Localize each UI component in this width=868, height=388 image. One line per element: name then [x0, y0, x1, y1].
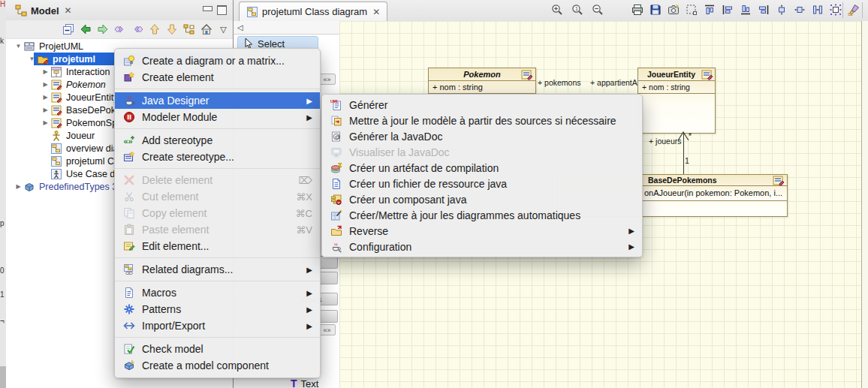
menu-item-patterns[interactable]: Patterns▶ [115, 301, 320, 317]
menu-item-check-model[interactable]: Check model [115, 341, 320, 357]
expander-expanded-icon[interactable]: ▼ [14, 43, 23, 50]
nav-forward-button[interactable] [95, 23, 110, 37]
zoom-original-button[interactable]: 1 [571, 3, 584, 17]
zoom-in-button[interactable] [550, 3, 564, 17]
tab-model[interactable]: Model ✕ [9, 2, 78, 20]
edge-mark: 0 [0, 267, 5, 275]
collapse-palette-icon[interactable]: ◁ [237, 23, 243, 32]
class-joueurentity[interactable]: JoueurEntity + nom : string [637, 68, 716, 134]
distribute-v-icon [776, 4, 788, 16]
snapshot-icon [668, 4, 680, 16]
menu-item-edit-element[interactable]: Edit element... [115, 238, 320, 254]
menu-item-label: Copy element [142, 207, 206, 219]
menu-item-create-element[interactable]: Create element [115, 69, 320, 86]
menu-item-label: Delete element [142, 174, 212, 186]
menu-item-add-stereotype[interactable]: «»Add stereotype [115, 132, 320, 149]
zoom-in-icon [551, 4, 563, 16]
link-with-editor-icon [183, 23, 195, 35]
menu-item-create-stereotype[interactable]: Create stereotype... [115, 149, 320, 165]
menu-item-related-diagrams[interactable]: Related diagrams...▶ [115, 261, 320, 278]
home-button[interactable] [199, 23, 213, 37]
nav-back-icon [80, 23, 92, 35]
close-icon[interactable]: ✕ [65, 5, 72, 16]
usecase-diagram-icon [50, 168, 62, 180]
expand-chevrons-icon[interactable]: «» [318, 74, 336, 85]
menu-item-configuration[interactable]: Configuration▶ [322, 239, 642, 254]
align-top-button[interactable] [703, 3, 716, 17]
save-icon [649, 4, 662, 16]
expander-collapsed-icon[interactable]: ▶ [41, 119, 50, 126]
menu-item-g-n-rer[interactable]: UMLGénérer [322, 97, 642, 113]
expander-collapsed-icon[interactable]: ▶ [41, 68, 50, 75]
menu-item-macros[interactable]: Macros▶ [115, 284, 320, 301]
menu-item-create-a-model-component[interactable]: Create a model component [115, 357, 320, 374]
expander-collapsed-icon[interactable]: ▶ [14, 183, 23, 190]
menu-item-label: Créer un fichier de ressource java [349, 178, 507, 190]
snapshot-button[interactable] [667, 3, 680, 17]
tab-class-diagram[interactable]: projetuml Class diagram ✕ [239, 2, 387, 21]
modelio-window: Hkp01¬ Model ✕ ▽ ▼ProjetUML▼projetuml▶In… [0, 0, 868, 388]
link-with-editor-button[interactable] [182, 23, 196, 37]
nav-forward-icon [97, 23, 109, 35]
expand-chevrons-icon[interactable]: «» [318, 324, 336, 335]
next-element-button[interactable] [130, 23, 144, 37]
menu-separator [115, 89, 320, 89]
move-down-button[interactable] [164, 23, 179, 37]
menu-item-reverse[interactable]: Reverse▶ [322, 223, 642, 239]
menu-item-cr-er-un-fichier-de-ressource-java[interactable]: Créer un fichier de ressource java [322, 176, 642, 191]
maximize-button[interactable] [216, 5, 227, 14]
fit-selection-button[interactable] [829, 3, 842, 17]
interaction-icon [50, 66, 62, 78]
association-end-pokemons[interactable]: + pokemons [538, 78, 581, 87]
distribute-h-button[interactable] [793, 3, 806, 17]
association-end-appartienta[interactable]: + appartientA [590, 78, 637, 87]
expander-expanded-icon[interactable]: ▼ [27, 56, 37, 62]
tab-class-diagram-label: projetuml Class diagram [262, 6, 367, 17]
move-up-button[interactable] [147, 23, 161, 37]
menu-item-label: Patterns [142, 303, 181, 315]
align-bottom-button[interactable] [739, 3, 752, 17]
menu-item-java-designer[interactable]: Java Designer▶ [115, 92, 320, 109]
patterns-icon [122, 303, 136, 315]
tree-item-label: Use Case di [66, 169, 117, 179]
collapse-all-button[interactable] [61, 23, 75, 37]
menu-item-paste-element[interactable]: Paste element⌘V [115, 221, 320, 238]
move-down-icon [166, 23, 178, 35]
macros-icon [122, 287, 136, 299]
copy-icon [122, 207, 136, 219]
menu-item-modeler-module[interactable]: Modeler Module▶ [115, 109, 320, 125]
menu-item-mettre-jour-le-mod-le-partir-des-sources-si-n-cessaire[interactable]: Mettre à jour le modèle à partir des sou… [322, 113, 642, 128]
expander-collapsed-icon[interactable]: ▶ [41, 107, 50, 113]
expander-collapsed-icon[interactable]: ▶ [41, 81, 50, 88]
menu-item-cr-er-mettre-jour-les-diagrammes-automatiques[interactable]: Créer/Mettre à jour les diagrammes autom… [322, 207, 642, 223]
import-export-icon [122, 320, 136, 332]
marquee-button[interactable] [685, 3, 698, 17]
distribute-v-button[interactable] [775, 3, 788, 17]
style-brush-button[interactable] [847, 3, 860, 17]
menu-item-import-export[interactable]: Import/Export▶ [115, 317, 320, 334]
nav-back-button[interactable] [78, 23, 92, 37]
association-end-joueurs[interactable]: + joueurs [649, 137, 682, 146]
palette-tool-text[interactable]: T Text [291, 377, 318, 388]
expander-collapsed-icon[interactable]: ▶ [41, 94, 50, 101]
menu-item-cut-element[interactable]: Cut element⌘X [115, 188, 320, 205]
prev-element-button[interactable] [113, 23, 127, 37]
close-icon[interactable]: ✕ [372, 7, 380, 17]
align-right-button[interactable] [757, 3, 770, 17]
menu-item-g-n-rer-la-javadoc[interactable]: @Générer la JavaDoc [322, 128, 642, 144]
menu-item-visualiser-la-javadoc[interactable]: Visualiser la JavaDoc [322, 144, 642, 160]
print-button[interactable] [631, 3, 644, 17]
align-left-button[interactable] [721, 3, 734, 17]
save-button[interactable] [649, 3, 662, 17]
menu-item-delete-element[interactable]: Delete element⌦ [115, 172, 320, 188]
minimize-button[interactable] [202, 5, 212, 14]
menu-item-label: Add stereotype [142, 134, 212, 146]
menu-item-cr-er-un-art-fact-de-compilation[interactable]: Créer un artéfact de compilation [322, 160, 642, 176]
menu-item-cr-er-un-composant-java[interactable]: Créer un composant java [322, 191, 642, 207]
view-menu-button[interactable]: ▽ [216, 23, 231, 37]
menu-item-create-a-diagram-or-a-matrix[interactable]: Create a diagram or a matrix... [115, 53, 320, 69]
match-size-button[interactable] [811, 3, 824, 17]
tree-item-label: PredefinedTypes 3 [39, 182, 117, 192]
zoom-out-button[interactable] [591, 3, 604, 17]
menu-item-copy-element[interactable]: Copy element⌘C [115, 205, 320, 221]
